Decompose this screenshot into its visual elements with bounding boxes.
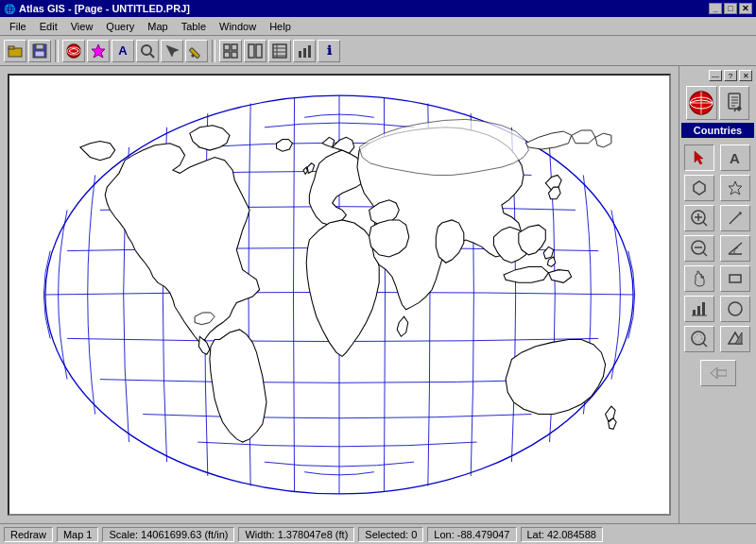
svg-point-60 — [695, 334, 702, 342]
svg-rect-65 — [717, 370, 727, 376]
select-button[interactable] — [161, 40, 183, 62]
menu-map[interactable]: Map — [142, 19, 173, 34]
separator-1 — [55, 40, 59, 62]
svg-rect-15 — [224, 52, 230, 58]
globe-layer-button[interactable] — [686, 86, 717, 120]
menu-bar: File Edit View Query Map Table Window He… — [0, 17, 756, 36]
grid2-button[interactable] — [244, 40, 266, 62]
svg-rect-17 — [249, 44, 254, 58]
menu-file[interactable]: File — [4, 19, 32, 34]
svg-line-45 — [703, 222, 707, 226]
layer-name-label: Countries — [681, 123, 754, 138]
back-button[interactable] — [700, 360, 736, 386]
world-map-svg — [9, 76, 669, 514]
chart-tool-button[interactable] — [684, 296, 714, 322]
maximize-button[interactable]: □ — [724, 3, 737, 14]
tools-grid: A — [681, 142, 754, 355]
save-button[interactable] — [28, 40, 51, 62]
close-button[interactable]: ✕ — [739, 3, 752, 14]
main-content: — ? ✕ — [0, 66, 756, 523]
right-panel: — ? ✕ — [679, 66, 756, 523]
line-tool-button[interactable] — [720, 205, 750, 231]
scale-label: Scale: 14061699.63 (ft/in) — [102, 527, 234, 542]
svg-line-9 — [150, 54, 154, 58]
title-bar-left: 🌐 Atlas GIS - [Page - UNTITLED.PRJ] — [4, 3, 190, 14]
menu-table[interactable]: Table — [176, 19, 212, 34]
separator-2 — [212, 40, 215, 62]
layer-button[interactable] — [62, 40, 85, 62]
zoom-in-tool-button[interactable] — [684, 205, 714, 231]
svg-rect-16 — [232, 52, 237, 58]
menu-query[interactable]: Query — [100, 19, 140, 34]
polygon2-tool-button[interactable] — [720, 326, 750, 352]
svg-marker-7 — [92, 44, 105, 58]
svg-point-59 — [692, 332, 705, 345]
svg-rect-14 — [232, 44, 237, 50]
redraw-button[interactable]: Redraw — [4, 527, 53, 542]
angle-tool-button[interactable] — [720, 235, 750, 262]
svg-rect-24 — [299, 51, 301, 58]
text-button[interactable]: A — [112, 40, 134, 62]
lat-label: Lat: 42.084588 — [521, 527, 603, 542]
map1-button[interactable]: Map 1 — [57, 527, 99, 542]
width-label: Width: 1.378047e8 (ft) — [238, 527, 354, 542]
svg-rect-33 — [729, 94, 740, 109]
svg-rect-54 — [693, 310, 696, 315]
lon-label: Lon: -88.479047 — [427, 527, 516, 542]
svg-rect-25 — [303, 48, 306, 58]
svg-rect-3 — [36, 44, 43, 49]
svg-line-46 — [730, 212, 741, 224]
svg-point-8 — [142, 45, 151, 55]
svg-rect-56 — [702, 302, 705, 315]
grid1-button[interactable] — [219, 40, 242, 62]
pencil-button[interactable] — [185, 40, 208, 62]
menu-help[interactable]: Help — [264, 19, 297, 34]
status-bar: Redraw Map 1 Scale: 14061699.63 (ft/in) … — [0, 523, 756, 544]
title-bar-controls: _ □ ✕ — [709, 3, 752, 14]
minimize-button[interactable]: _ — [709, 3, 722, 14]
zoom-out-tool-button[interactable] — [684, 235, 714, 262]
rect-tool-button[interactable] — [720, 265, 750, 292]
svg-line-61 — [703, 343, 707, 347]
arrow-tool-button[interactable] — [684, 144, 714, 171]
menu-edit[interactable]: Edit — [34, 19, 63, 34]
text-tool-button[interactable]: A — [720, 144, 750, 171]
edit-layer-button[interactable] — [719, 86, 750, 120]
panel-close-button[interactable]: ✕ — [739, 70, 752, 81]
star-button[interactable] — [87, 40, 110, 62]
app-title: Atlas GIS - [Page - UNTITLED.PRJ] — [19, 3, 190, 14]
svg-marker-10 — [166, 45, 179, 57]
measure-tool-button[interactable] — [684, 326, 714, 352]
pan-tool-button[interactable] — [684, 265, 714, 292]
map-container — [0, 66, 679, 523]
panel-title-bar: — ? ✕ — [681, 68, 754, 83]
map-frame[interactable] — [8, 74, 671, 516]
selected-label: Selected: 0 — [358, 527, 423, 542]
svg-marker-64 — [711, 367, 717, 379]
menu-view[interactable]: View — [65, 19, 99, 34]
svg-rect-53 — [730, 275, 741, 282]
search-button[interactable] — [136, 40, 159, 62]
svg-rect-11 — [189, 47, 199, 58]
circle-tool-button[interactable] — [720, 296, 750, 322]
svg-marker-39 — [695, 151, 703, 164]
svg-rect-26 — [308, 45, 311, 58]
svg-rect-1 — [9, 46, 14, 49]
svg-rect-4 — [35, 51, 44, 57]
svg-point-58 — [729, 302, 742, 315]
chart-button[interactable] — [293, 40, 316, 62]
panel-minimize-button[interactable]: — — [709, 70, 722, 81]
table-button[interactable] — [268, 40, 291, 62]
svg-rect-55 — [697, 306, 700, 315]
svg-rect-13 — [224, 44, 230, 50]
svg-marker-40 — [694, 181, 705, 195]
toolbar: A ℹ — [0, 36, 756, 66]
open-button[interactable] — [4, 40, 26, 62]
polygon-tool-button[interactable] — [684, 175, 714, 201]
svg-line-51 — [729, 243, 742, 254]
menu-window[interactable]: Window — [214, 19, 262, 34]
star-tool-button[interactable] — [720, 175, 750, 201]
panel-help-button[interactable]: ? — [724, 70, 737, 81]
info-button[interactable]: ℹ — [318, 40, 340, 62]
title-bar: 🌐 Atlas GIS - [Page - UNTITLED.PRJ] _ □ … — [0, 0, 756, 17]
